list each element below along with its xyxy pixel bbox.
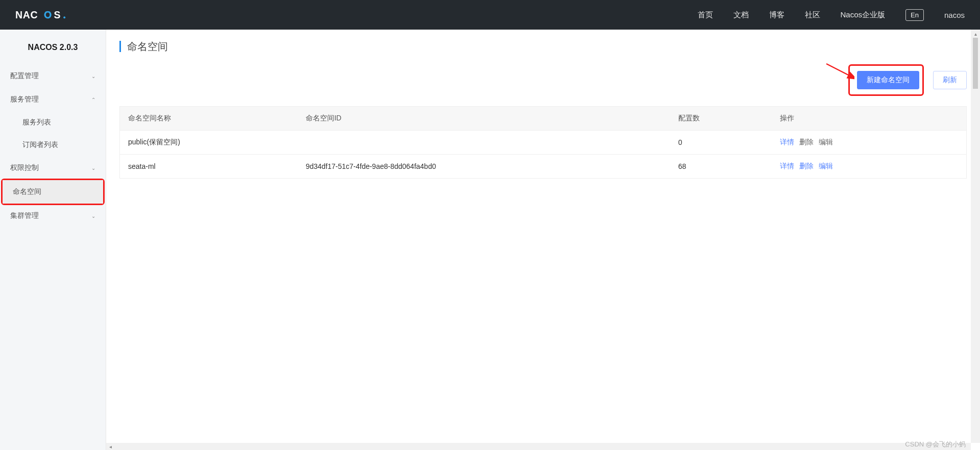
nacos-logo-icon: NAC O S <box>15 8 88 21</box>
sidebar-config-mgmt[interactable]: 配置管理 ⌄ <box>0 64 106 88</box>
col-ops: 操作 <box>772 107 967 131</box>
sidebar-service-list[interactable]: 服务列表 <box>0 111 106 134</box>
col-count: 配置数 <box>670 107 772 131</box>
cell-name: seata-ml <box>120 155 298 179</box>
sidebar-access-control-label: 权限控制 <box>10 163 39 172</box>
sidebar-access-control[interactable]: 权限控制 ⌄ <box>0 156 106 180</box>
nav-home[interactable]: 首页 <box>698 10 713 20</box>
horizontal-scrollbar[interactable]: ◂ <box>106 443 971 450</box>
vertical-scrollbar[interactable]: ▴ <box>971 30 980 443</box>
nav-community[interactable]: 社区 <box>805 10 820 20</box>
sidebar-config-mgmt-label: 配置管理 <box>10 71 39 81</box>
sidebar-cluster-mgmt-label: 集群管理 <box>10 211 39 220</box>
cell-ops: 详情删除编辑 <box>772 155 967 179</box>
refresh-button[interactable]: 刷新 <box>933 71 967 89</box>
chevron-up-icon: ⌃ <box>91 97 95 103</box>
sidebar-namespace[interactable]: 命名空间 <box>3 180 103 204</box>
sidebar: NACOS 2.0.3 配置管理 ⌄ 服务管理 ⌃ 服务列表 订阅者列表 权限控… <box>0 30 106 450</box>
col-id: 命名空间ID <box>298 107 670 131</box>
delete-link: 删除 <box>799 138 814 146</box>
sidebar-namespace-label: 命名空间 <box>13 187 41 196</box>
create-namespace-button[interactable]: 新建命名空间 <box>857 71 919 89</box>
cell-count: 0 <box>670 131 772 155</box>
svg-text:O: O <box>44 9 52 20</box>
version-label: NACOS 2.0.3 <box>0 30 106 64</box>
chevron-down-icon: ⌄ <box>91 165 95 171</box>
cell-count: 68 <box>670 155 772 179</box>
main-content: 命名空间 新建命名空间 刷新 命名空间名称 命名空间ID 配置数 <box>106 30 980 450</box>
namespace-table: 命名空间名称 命名空间ID 配置数 操作 public(保留空间)0详情删除编辑… <box>119 106 967 179</box>
table-header-row: 命名空间名称 命名空间ID 配置数 操作 <box>120 107 967 131</box>
detail-link[interactable]: 详情 <box>780 162 794 170</box>
nav-blog[interactable]: 博客 <box>769 10 785 20</box>
svg-text:NAC: NAC <box>15 9 38 20</box>
sidebar-service-mgmt[interactable]: 服务管理 ⌃ <box>0 88 106 111</box>
sidebar-subscriber-list[interactable]: 订阅者列表 <box>0 134 106 156</box>
scrollbar-thumb[interactable] <box>973 38 978 89</box>
top-nav: 首页 文档 博客 社区 Nacos企业版 En nacos <box>698 9 965 21</box>
sidebar-cluster-mgmt[interactable]: 集群管理 ⌄ <box>0 204 106 228</box>
edit-link: 编辑 <box>819 138 833 146</box>
nav-enterprise[interactable]: Nacos企业版 <box>841 10 886 20</box>
annotation-highlight-box: 命名空间 <box>1 179 105 205</box>
edit-link[interactable]: 编辑 <box>819 162 833 170</box>
table-row: seata-ml9d34df17-51c7-4fde-9ae8-8dd064fa… <box>120 155 967 179</box>
cell-id: 9d34df17-51c7-4fde-9ae8-8dd064fa4bd0 <box>298 155 670 179</box>
scroll-up-icon[interactable]: ▴ <box>971 30 980 38</box>
lang-toggle[interactable]: En <box>905 9 924 21</box>
chevron-down-icon: ⌄ <box>91 73 95 79</box>
col-name: 命名空间名称 <box>120 107 298 131</box>
top-bar: NAC O S 首页 文档 博客 社区 Nacos企业版 En nacos <box>0 0 980 30</box>
annotation-highlight-box: 新建命名空间 <box>848 64 924 96</box>
cell-id <box>298 131 670 155</box>
cell-name: public(保留空间) <box>120 131 298 155</box>
logo[interactable]: NAC O S <box>15 8 88 21</box>
scroll-left-icon[interactable]: ◂ <box>106 443 114 450</box>
nav-docs[interactable]: 文档 <box>733 10 749 20</box>
detail-link[interactable]: 详情 <box>780 138 794 146</box>
cell-ops: 详情删除编辑 <box>772 131 967 155</box>
chevron-down-icon: ⌄ <box>91 213 95 219</box>
user-menu[interactable]: nacos <box>944 11 965 19</box>
svg-point-3 <box>63 16 65 18</box>
page-title: 命名空间 <box>119 41 967 52</box>
table-row: public(保留空间)0详情删除编辑 <box>120 131 967 155</box>
sidebar-service-mgmt-label: 服务管理 <box>10 95 39 104</box>
svg-line-5 <box>826 64 849 76</box>
svg-text:S: S <box>54 9 61 20</box>
delete-link[interactable]: 删除 <box>799 162 814 170</box>
